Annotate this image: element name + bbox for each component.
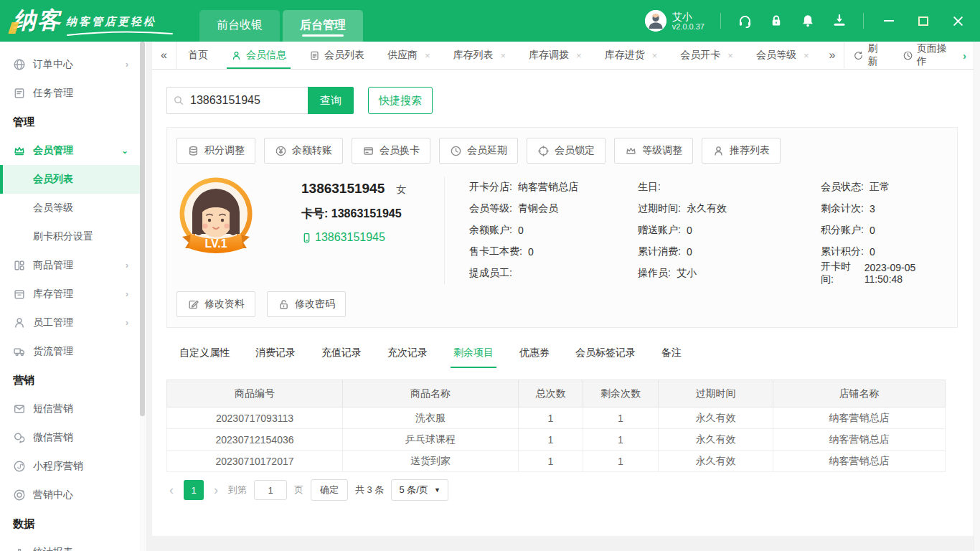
sidebar-item-orders[interactable]: 订单中心 ›	[0, 50, 140, 79]
confirm-page-button[interactable]: 确定	[311, 479, 348, 501]
bell-icon[interactable]	[800, 13, 816, 29]
edit-password-button[interactable]: 修改密码	[267, 291, 346, 317]
tab-recharge-records[interactable]: 充值记录	[308, 339, 374, 368]
query-button[interactable]: 查询	[308, 87, 354, 114]
tab-suppliers[interactable]: 供应商×	[376, 42, 442, 69]
member-phone: 13863151945	[315, 231, 385, 244]
close-button[interactable]	[948, 11, 967, 30]
chevron-right-icon: ›	[126, 547, 128, 551]
download-icon[interactable]	[831, 13, 847, 29]
main-column: « 首页 会员信息 会员列表 供应商× 库存列表× 库存调拨× 库存进货× 会员…	[152, 42, 974, 551]
wechat-icon	[13, 431, 26, 444]
tab-stock-purchase[interactable]: 库存进货×	[593, 42, 669, 69]
table-row: 20230717093113洗衣服11永久有效纳客营销总店	[167, 408, 946, 429]
globe-icon	[13, 58, 26, 71]
close-icon[interactable]: ×	[652, 50, 658, 61]
tab-stock-transfer[interactable]: 库存调拨×	[517, 42, 593, 69]
sidebar-item-inventory[interactable]: 库存管理 ›	[0, 280, 140, 309]
tab-member-info[interactable]: 会员信息	[220, 42, 298, 69]
search-box: 查询	[166, 87, 354, 114]
close-icon[interactable]: ×	[425, 50, 430, 61]
close-icon[interactable]: ×	[576, 50, 582, 61]
sidebar-item-miniprogram[interactable]: 小程序营销	[0, 452, 140, 481]
edit-profile-button[interactable]: 修改资料	[176, 291, 255, 317]
crown-icon	[13, 144, 26, 157]
sidebar-item-reports[interactable]: 统计报表 ›	[0, 538, 140, 551]
balance-transfer-button[interactable]: 余额转账	[264, 138, 343, 164]
sidebar-item-card-points[interactable]: 刷卡积分设置	[0, 222, 140, 251]
sidebar-scrollbar-thumb[interactable]	[140, 42, 145, 416]
sidebar-item-member-level[interactable]: 会员等级	[0, 194, 140, 222]
points-adjust-button[interactable]: 积分调整	[176, 138, 255, 164]
sidebar-item-logistics[interactable]: 货流管理	[0, 337, 140, 366]
minimize-button[interactable]	[880, 11, 898, 30]
page-number-button[interactable]: 1	[184, 480, 204, 500]
close-icon[interactable]: ×	[804, 50, 809, 61]
chevron-right-icon: ›	[126, 260, 128, 270]
lock-member-button[interactable]: 会员锁定	[527, 138, 606, 164]
change-card-button[interactable]: 会员换卡	[352, 138, 430, 164]
level-badge: LV.1	[204, 237, 227, 250]
extend-member-button[interactable]: 会员延期	[439, 138, 518, 164]
tab-stock-list[interactable]: 库存列表×	[442, 42, 518, 69]
goto-page-input[interactable]	[254, 480, 287, 500]
sidebar-item-tasks[interactable]: 任务管理	[0, 79, 140, 108]
member-actions-row: 积分调整 余额转账 会员换卡 会员延期	[176, 138, 946, 164]
tab-consume-records[interactable]: 消费记录	[242, 339, 308, 368]
user-avatar	[645, 10, 666, 32]
tab-custom-attrs[interactable]: 自定义属性	[166, 339, 242, 368]
close-icon[interactable]: ×	[501, 50, 507, 61]
search-input[interactable]	[166, 87, 308, 114]
sidebar-item-marketing-center[interactable]: 营销中心	[0, 481, 140, 509]
sidebar-section-management: 管理	[0, 108, 140, 136]
sidebar-item-members[interactable]: 会员管理 ⌄	[0, 136, 140, 165]
miniprogram-icon	[13, 460, 26, 473]
sidebar-item-staff[interactable]: 员工管理 ›	[0, 309, 140, 337]
page-size-select[interactable]: 5 条/页 ▼	[391, 479, 448, 501]
sidebar-item-goods[interactable]: 商品管理 ›	[0, 251, 140, 280]
user-block[interactable]: 艾小 v2.0.0.37	[645, 10, 705, 32]
bar-chart-icon	[13, 546, 26, 551]
close-icon[interactable]: ×	[727, 50, 733, 61]
sidebar-item-wechat[interactable]: 微信营销	[0, 423, 140, 452]
page-actions-button[interactable]: 页面操作	[894, 42, 961, 68]
support-icon[interactable]	[737, 13, 753, 29]
tabs-scroll-left-icon[interactable]: «	[152, 42, 176, 69]
more-actions-icon[interactable]: ›	[961, 50, 974, 62]
tabs-scroll-right-icon[interactable]: »	[820, 49, 844, 62]
tab-count-recharge-records[interactable]: 充次记录	[374, 339, 440, 368]
page-scrollbar[interactable]	[974, 42, 980, 551]
lock-icon[interactable]	[768, 13, 784, 29]
col-expire-time: 过期时间	[659, 380, 773, 408]
sidebar-section-data: 数据	[0, 509, 140, 538]
next-page-icon[interactable]: ›	[211, 484, 221, 496]
tab-member-open-card[interactable]: 会员开卡×	[669, 42, 745, 69]
tab-home[interactable]: 首页	[176, 42, 220, 69]
sidebar-scrollbar[interactable]	[140, 42, 145, 551]
member-panel: 积分调整 余额转账 会员换卡 会员延期	[166, 127, 958, 328]
refresh-button[interactable]: 刷新	[844, 42, 893, 68]
topbar-tab-frontdesk[interactable]: 前台收银	[199, 10, 280, 42]
quick-search-button[interactable]: 快捷搜索	[368, 87, 433, 114]
tab-member-tags[interactable]: 会员标签记录	[562, 339, 649, 368]
referral-list-button[interactable]: 推荐列表	[702, 138, 781, 164]
tab-remarks[interactable]: 备注	[649, 339, 694, 368]
sidebar-item-sms[interactable]: 短信营销	[0, 395, 140, 423]
topbar-tab-backoffice[interactable]: 后台管理	[283, 10, 363, 42]
prev-page-icon[interactable]: ‹	[166, 484, 176, 496]
member-gender: 女	[396, 184, 406, 197]
sidebar-section-marketing: 营销	[0, 366, 140, 395]
tab-member-list[interactable]: 会员列表	[298, 42, 376, 69]
sidebar-item-member-list[interactable]: 会员列表	[0, 165, 140, 194]
goto-prefix-label: 到第	[228, 484, 247, 496]
maximize-button[interactable]	[914, 11, 933, 30]
total-count-label: 共 3 条	[355, 484, 384, 496]
tab-remaining-items[interactable]: 剩余项目	[440, 339, 507, 368]
tab-member-level[interactable]: 会员等级×	[745, 42, 821, 69]
member-id-block: 13863151945 女 卡号: 13863151945 1386315194…	[301, 176, 406, 284]
col-item-code: 商品编号	[167, 380, 343, 408]
level-adjust-button[interactable]: 等级调整	[614, 138, 693, 164]
slogan-underline	[66, 31, 174, 37]
tab-coupons[interactable]: 优惠券	[507, 339, 562, 368]
col-total-count: 总次数	[519, 380, 583, 408]
